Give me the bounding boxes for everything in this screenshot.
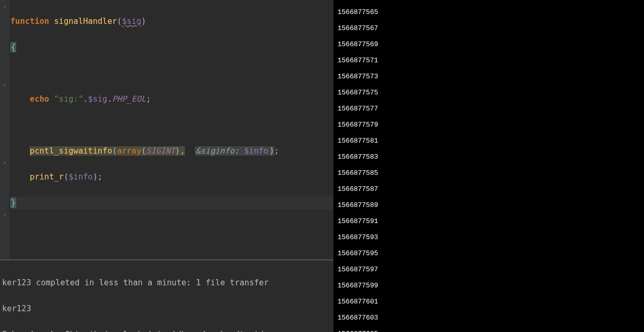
editor-gutter: ▾ ▾ ▾ ▾ <box>0 0 9 259</box>
terminal-line: 1566877595 <box>338 250 642 258</box>
ide-log-panel[interactable]: ker123 completed in less than a minute: … <box>0 259 333 332</box>
param-sig: $sig <box>122 17 141 26</box>
keyword-array: array <box>117 146 141 156</box>
var-sig: $sig <box>88 94 107 104</box>
terminal-line: 1566877579 <box>338 121 642 129</box>
terminal-line: 1566877585 <box>338 169 642 177</box>
terminal-line: 1566877565 <box>338 8 642 17</box>
terminal-line: 1566877573 <box>338 73 642 81</box>
keyword-echo: echo <box>30 94 49 104</box>
terminal-line: 1566877599 <box>338 282 642 290</box>
terminal-line: 1566877581 <box>338 137 642 145</box>
fold-icon[interactable]: ▾ <box>2 160 8 166</box>
terminal-line: 1566877569 <box>338 40 642 49</box>
terminal-line: 1566877589 <box>338 201 642 210</box>
const-sigint: SIGINT <box>146 146 175 156</box>
terminal-line: 1566877601 <box>338 298 642 306</box>
hint-siginfo: &siginfo: <box>196 146 239 156</box>
brace-close: } <box>10 198 16 208</box>
var-info: $info <box>69 172 93 182</box>
terminal-line: 1566877597 <box>338 266 642 274</box>
var-info: $info <box>244 146 269 156</box>
keyword-function: function <box>10 17 49 26</box>
terminal-line: 1566877603 <box>338 314 642 322</box>
log-line: ker123 completed in less than a minute: … <box>2 276 331 289</box>
terminal-line: 1566877587 <box>338 185 642 193</box>
fn-printr: print_r <box>30 172 63 182</box>
fold-icon[interactable]: ▾ <box>2 4 8 10</box>
brace-open: { <box>10 42 16 52</box>
terminal-line: 1566877567 <box>338 24 642 33</box>
fn-sigwaitinfo: pcntl_sigwaitinfo <box>30 146 112 156</box>
const-phpeol: PHP_EOL <box>112 94 146 104</box>
log-line: ker123 <box>2 302 331 315</box>
terminal-line: 1566877591 <box>338 217 642 226</box>
terminal-line: 1566877605 <box>338 330 642 333</box>
terminal-line: 1566877575 <box>338 89 642 97</box>
terminal-line: 1566877583 <box>338 153 642 161</box>
terminal-line: 1566877571 <box>338 57 642 65</box>
function-name: signalHandler <box>54 17 117 26</box>
string-literal: "sig:" <box>54 94 83 104</box>
terminal-line: 1566877577 <box>338 105 642 113</box>
terminal-pane[interactable]: 1566877565 1566877567 1566877569 1566877… <box>333 0 644 332</box>
left-pane: ▾ ▾ ▾ ▾ function signalHandler($sig) { e… <box>0 0 333 332</box>
code-editor[interactable]: ▾ ▾ ▾ ▾ function signalHandler($sig) { e… <box>0 0 333 259</box>
code-content[interactable]: function signalHandler($sig) { echo "sig… <box>0 2 333 259</box>
terminal-line: 1566877593 <box>338 233 642 242</box>
log-line: E:\www\worker8\test\signal.php' to '/hom… <box>2 328 331 332</box>
fold-icon[interactable]: ▾ <box>2 212 8 218</box>
fold-icon[interactable]: ▾ <box>2 82 8 88</box>
